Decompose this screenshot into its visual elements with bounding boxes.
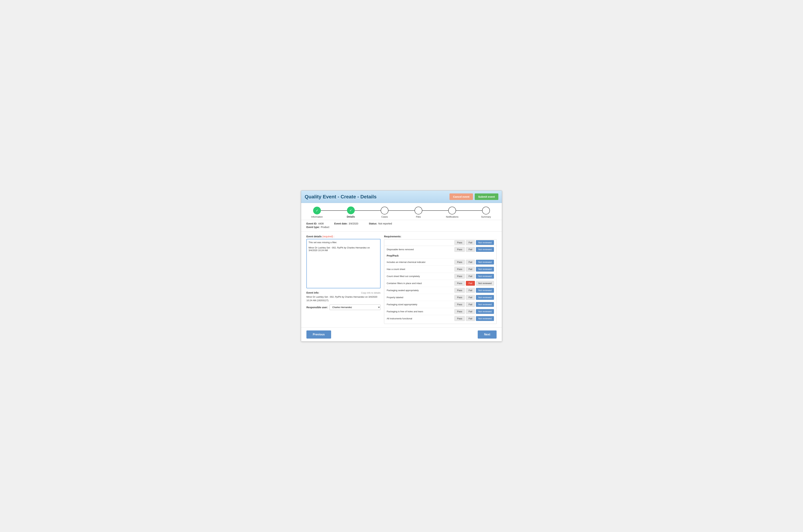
btn-not-reviewed-0[interactable]: Not reviewed [476, 247, 494, 252]
btn-not-reviewed-6[interactable]: Not reviewed [476, 288, 494, 293]
wizard-step-files[interactable]: Files [410, 207, 427, 218]
requirements-label: Requirements: [384, 235, 497, 238]
req-name: Packaging is free of holes and tears [387, 310, 453, 313]
btn-fail-0[interactable]: Fail [466, 247, 475, 252]
btn-nr-top[interactable]: Not reviewed [476, 240, 494, 245]
step-circle-summary [482, 207, 490, 214]
wizard-step-details[interactable]: ✓ Details [342, 207, 360, 218]
btn-pass-4[interactable]: Pass [454, 274, 465, 279]
wizard-steps-container: ✓ Information ✓ Details Cases Files Noti… [301, 203, 502, 220]
req-name: Packaging sealed appropriately [387, 289, 453, 292]
next-button[interactable]: Next [478, 330, 497, 339]
step-label-information: Information [311, 215, 323, 218]
event-info-text: Minor Dr Lashley Set - 002, Pp/Pk by Cha… [306, 295, 380, 302]
wizard-step-information[interactable]: ✓ Information [308, 207, 326, 218]
btn-pass-2[interactable]: Pass [454, 260, 465, 265]
event-info-header: Event info: Copy info to details [306, 291, 380, 294]
btn-pass-top[interactable]: Pass [454, 240, 465, 245]
req-buttons: PassFailNot reviewed [454, 267, 494, 271]
wizard-step-cases[interactable]: Cases [376, 207, 393, 218]
wizard-steps: ✓ Information ✓ Details Cases Files Noti… [308, 207, 495, 218]
btn-not-reviewed-3[interactable]: Not reviewed [476, 267, 494, 271]
req-buttons: PassFailNot reviewed [454, 309, 494, 314]
requirements-container[interactable]: Pass Fail Not reviewed Disposable items … [384, 239, 497, 324]
step-circle-details: ✓ [347, 207, 355, 214]
btn-fail-6[interactable]: Fail [466, 288, 475, 293]
btn-pass-7[interactable]: Pass [454, 295, 465, 300]
partial-top-row: Pass Fail Not reviewed [384, 240, 497, 246]
btn-pass-3[interactable]: Pass [454, 267, 465, 271]
btn-pass-8[interactable]: Pass [454, 302, 465, 307]
step-circle-cases [381, 207, 389, 214]
event-info-section: Event info: Copy info to details Minor D… [306, 291, 380, 302]
btn-fail-10[interactable]: Fail [466, 316, 475, 321]
meta-status: Status: Not reported [369, 222, 392, 225]
btn-not-reviewed-2[interactable]: Not reviewed [476, 260, 494, 265]
footer: Previous Next [301, 327, 502, 341]
copy-info-to-details-link[interactable]: Copy info to details [361, 291, 380, 294]
req-row: Container filters in place and intactPas… [384, 280, 497, 287]
btn-fail-9[interactable]: Fail [466, 309, 475, 314]
meta-row-1: Event ID: 4408 Event date: 3/4/2020 Stat… [306, 222, 497, 225]
event-details-textarea[interactable] [306, 239, 380, 288]
req-row: Includes an internal chemical indicatorP… [384, 259, 497, 266]
btn-pass-9[interactable]: Pass [454, 309, 465, 314]
step-circle-information: ✓ [313, 207, 321, 214]
meta-row-2: Event type: Product [306, 226, 497, 229]
req-buttons: PassFailNot reviewed [454, 316, 494, 321]
header: Quality Event - Create - Details Cancel … [301, 191, 502, 203]
req-buttons: PassFailNot reviewed [454, 302, 494, 307]
requirements-rows: Disposable items removedPassFailNot revi… [384, 246, 497, 322]
event-details-label: Event details (required) : [306, 235, 380, 238]
btn-fail-7[interactable]: Fail [466, 295, 475, 300]
event-info-label: Event info: [306, 291, 319, 294]
btn-not-reviewed-8[interactable]: Not reviewed [476, 302, 494, 307]
btn-pass-10[interactable]: Pass [454, 316, 465, 321]
req-name: Disposable items removed [387, 248, 453, 251]
step-circle-files [414, 207, 422, 214]
submit-event-button[interactable]: Submit event [475, 193, 498, 200]
responsible-user-select[interactable]: Charles Hernandez [330, 305, 380, 310]
btn-not-reviewed-10[interactable]: Not reviewed [476, 316, 494, 321]
wizard-step-summary[interactable]: Summary [477, 207, 495, 218]
wizard-step-notifications[interactable]: Notifications [443, 207, 461, 218]
req-buttons: PassFailNot reviewed [454, 288, 494, 293]
req-name: All instruments functional [387, 317, 453, 320]
req-row: Packaging is free of holes and tearsPass… [384, 308, 497, 315]
step-label-details: Details [347, 215, 355, 218]
req-name: Includes an internal chemical indicator [387, 261, 453, 263]
btn-fail-3[interactable]: Fail [466, 267, 475, 271]
req-section-header: Prep/Pack [384, 253, 497, 259]
req-row: Count sheet filled out completelyPassFai… [384, 272, 497, 280]
right-panel: Requirements: Pass Fail Not reviewed Dis… [384, 235, 497, 324]
btn-pass-5[interactable]: Pass [454, 281, 465, 286]
btn-not-reviewed-4[interactable]: Not reviewed [476, 274, 494, 279]
req-row: Has a count sheetPassFailNot reviewed [384, 266, 497, 272]
req-name: Has a count sheet [387, 268, 453, 270]
req-buttons: PassFailNot reviewed [454, 247, 494, 252]
btn-pass-0[interactable]: Pass [454, 247, 465, 252]
btn-fail-top[interactable]: Fail [466, 240, 475, 245]
step-label-notifications: Notifications [446, 215, 459, 218]
meta-event-date: Event date: 3/4/2020 [334, 222, 358, 225]
meta-info: Event ID: 4408 Event date: 3/4/2020 Stat… [301, 220, 502, 231]
btn-not-reviewed-9[interactable]: Not reviewed [476, 309, 494, 314]
req-row: Properly labeledPassFailNot reviewed [384, 294, 497, 301]
previous-button[interactable]: Previous [306, 330, 331, 339]
btn-fail-2[interactable]: Fail [466, 260, 475, 265]
step-circle-notifications [448, 207, 456, 214]
btn-pass-6[interactable]: Pass [454, 288, 465, 293]
step-label-cases: Cases [381, 215, 388, 218]
btn-fail-8[interactable]: Fail [466, 302, 475, 307]
req-name: Packaging sized appropriately [387, 303, 453, 306]
btn-not-reviewed-5[interactable]: Not reviewed [476, 281, 494, 286]
main-content: Event details (required) : Event info: C… [301, 231, 502, 327]
req-row: All instruments functionalPassFailNot re… [384, 315, 497, 322]
req-row: Packaging sized appropriatelyPassFailNot… [384, 301, 497, 308]
btn-fail-5[interactable]: Fail [466, 281, 475, 286]
btn-fail-4[interactable]: Fail [466, 274, 475, 279]
btn-not-reviewed-7[interactable]: Not reviewed [476, 295, 494, 300]
meta-event-id: Event ID: 4408 [306, 222, 324, 225]
cancel-event-button[interactable]: Cancel event [449, 193, 473, 200]
step-label-files: Files [416, 215, 421, 218]
